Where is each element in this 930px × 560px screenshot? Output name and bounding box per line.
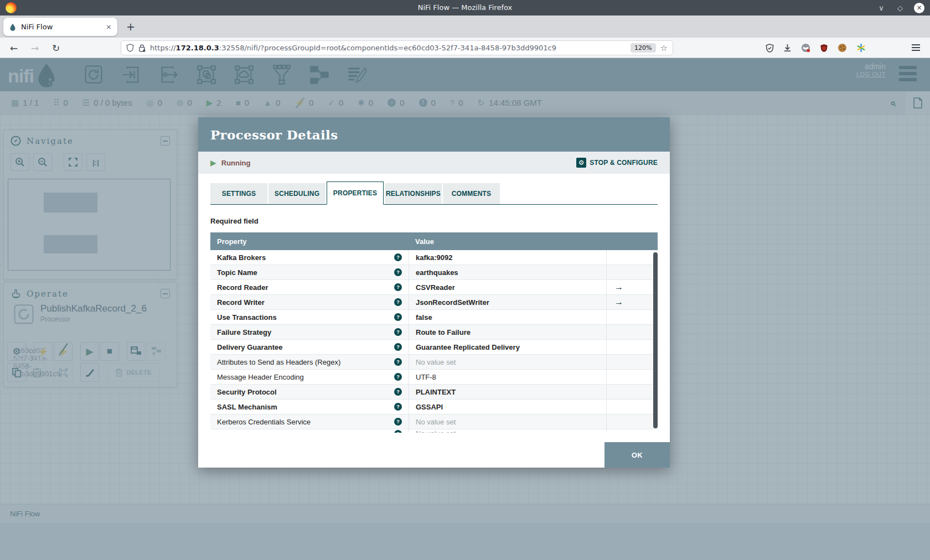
goto-cell: [606, 310, 658, 324]
goto-cell: [606, 340, 658, 354]
processor-details-dialog: Processor Details ▶ Running ⚙ STOP & CON…: [198, 117, 670, 468]
extension-mask-icon[interactable]: [801, 43, 810, 53]
help-icon[interactable]: ?: [394, 418, 402, 426]
stop-and-configure-button[interactable]: ⚙ STOP & CONFIGURE: [576, 158, 658, 168]
property-row: Use Transactions?false: [210, 310, 658, 325]
help-icon[interactable]: ?: [394, 373, 402, 381]
zoom-level-badge[interactable]: 120%: [631, 43, 655, 53]
window-minimize-button[interactable]: ∨: [876, 3, 886, 13]
ok-button[interactable]: OK: [604, 442, 670, 468]
property-name-cell: Security Protocol?: [210, 385, 409, 399]
running-icon: ▶: [210, 158, 216, 167]
property-value-cell: kafka:9092: [409, 250, 606, 265]
multicolor-asterisk-icon[interactable]: [856, 43, 866, 53]
goto-service-icon[interactable]: →: [614, 298, 623, 307]
window-maximize-button[interactable]: ◇: [895, 3, 905, 13]
property-value-cell: JsonRecordSetWriter: [409, 295, 606, 309]
scrollbar-thumb[interactable]: [653, 252, 658, 428]
tab-settings[interactable]: SETTINGS: [210, 183, 267, 204]
property-name-cell: Failure Strategy?: [210, 325, 409, 339]
property-value-cell: GSSAPI: [409, 400, 606, 414]
property-label: Record Writer: [217, 298, 265, 307]
property-name-cell: Message Header Encoding?: [210, 370, 409, 384]
stop-configure-label: STOP & CONFIGURE: [590, 159, 658, 167]
browser-navbar: ← → ↻ https://172.18.0.3:32558/nifi/?pro…: [0, 38, 930, 58]
url-input[interactable]: https://172.18.0.3:32558/nifi/?processGr…: [150, 44, 626, 52]
property-label: Message Header Encoding: [217, 373, 304, 381]
property-row: Kafka Brokers?kafka:9092: [210, 250, 658, 265]
property-name-cell: Record Writer?: [210, 295, 409, 309]
property-label: Record Reader: [217, 283, 268, 292]
tab-comments[interactable]: COMMENTS: [443, 183, 500, 204]
reload-button[interactable]: ↻: [49, 41, 63, 55]
browser-tab[interactable]: NiFi Flow ×: [3, 18, 117, 36]
goto-cell: [606, 385, 658, 399]
property-value-cell: UTF-8: [409, 370, 606, 384]
property-row: Message Header Encoding?UTF-8: [210, 370, 658, 385]
tracking-shield-icon[interactable]: [126, 44, 134, 52]
property-row: Record Writer?JsonRecordSetWriter→: [210, 295, 658, 310]
running-label: Running: [221, 159, 251, 167]
tab-scheduling[interactable]: SCHEDULING: [268, 183, 326, 204]
property-label: Delivery Guarantee: [217, 343, 283, 351]
help-icon[interactable]: ?: [394, 343, 402, 351]
property-value-cell: CSVReader: [409, 280, 606, 294]
help-icon[interactable]: ?: [394, 328, 402, 336]
goto-cell: [606, 325, 658, 339]
property-value-cell: false: [409, 310, 606, 324]
browser-tab-title: NiFi Flow: [21, 23, 101, 31]
help-icon[interactable]: ?: [394, 283, 402, 291]
property-label: Kafka Brokers: [217, 253, 266, 262]
help-icon[interactable]: ?: [394, 253, 402, 261]
help-icon[interactable]: ?: [394, 403, 402, 411]
help-icon[interactable]: ?: [394, 313, 402, 321]
browser-menu-icon[interactable]: [912, 44, 920, 51]
property-name-cell: Kerberos Credentials Service?: [210, 414, 409, 429]
tab-close-icon[interactable]: ×: [106, 23, 112, 31]
dialog-tabs: SETTINGSSCHEDULINGPROPERTIESRELATIONSHIP…: [210, 182, 658, 205]
tab-properties[interactable]: PROPERTIES: [327, 182, 384, 205]
forward-button[interactable]: →: [28, 41, 42, 55]
property-name-cell: Kafka Brokers?: [210, 250, 409, 265]
help-icon[interactable]: ?: [394, 268, 402, 276]
goto-cell: [606, 414, 658, 429]
property-label: SASL Mechanism: [217, 403, 277, 411]
property-value-cell: Guarantee Replicated Delivery: [409, 340, 606, 354]
property-label: Failure Strategy: [217, 328, 271, 336]
help-icon: ?: [394, 430, 402, 433]
property-name-cell: Attributes to Send as Headers (Regex)?: [210, 355, 409, 369]
back-button[interactable]: ←: [7, 41, 21, 55]
ublock-icon[interactable]: [820, 44, 828, 53]
url-bar[interactable]: https://172.18.0.3:32558/nifi/?processGr…: [121, 40, 673, 55]
property-row: Attributes to Send as Headers (Regex)?No…: [210, 355, 658, 370]
property-value-cell: No value set: [409, 355, 606, 369]
property-name-cell: Delivery Guarantee?: [210, 340, 409, 354]
property-value-cell: Route to Failure: [409, 325, 606, 339]
property-name-cell: Topic Name?: [210, 265, 409, 279]
table-scrollbar[interactable]: [653, 251, 658, 429]
property-name-cell: Use Transactions?: [210, 310, 409, 324]
property-label: Attributes to Send as Headers (Regex): [217, 358, 340, 366]
cookie-extension-icon[interactable]: [838, 43, 847, 53]
properties-table: Property Value Kafka Brokers?kafka:9092T…: [210, 232, 658, 433]
goto-service-icon[interactable]: →: [614, 283, 623, 292]
new-tab-button[interactable]: +: [123, 19, 138, 34]
property-name-cell: Record Reader?: [210, 280, 409, 294]
downloads-icon[interactable]: [783, 44, 792, 52]
property-row: Delivery Guarantee?Guarantee Replicated …: [210, 340, 658, 355]
browser-titlebar: NiFi Flow — Mozilla Firefox ∨ ◇ ×: [0, 0, 930, 15]
dialog-status-bar: ▶ Running ⚙ STOP & CONFIGURE: [198, 152, 670, 174]
property-row: Topic Name?earthquakes: [210, 265, 658, 280]
required-field-note: Required field: [210, 217, 658, 225]
pocket-shield-icon[interactable]: [766, 44, 774, 53]
connection-lock-icon[interactable]: [138, 44, 146, 52]
help-icon[interactable]: ?: [394, 298, 402, 306]
properties-table-body: Kafka Brokers?kafka:9092Topic Name?earth…: [210, 250, 658, 429]
help-icon[interactable]: ?: [394, 358, 402, 366]
tab-relationships[interactable]: RELATIONSHIPS: [385, 183, 442, 204]
bookmark-star-icon[interactable]: ☆: [660, 43, 668, 53]
help-icon[interactable]: ?: [394, 388, 402, 396]
window-close-button[interactable]: ×: [914, 3, 924, 13]
property-label: Security Protocol: [217, 388, 277, 396]
property-row: Failure Strategy?Route to Failure: [210, 325, 658, 340]
